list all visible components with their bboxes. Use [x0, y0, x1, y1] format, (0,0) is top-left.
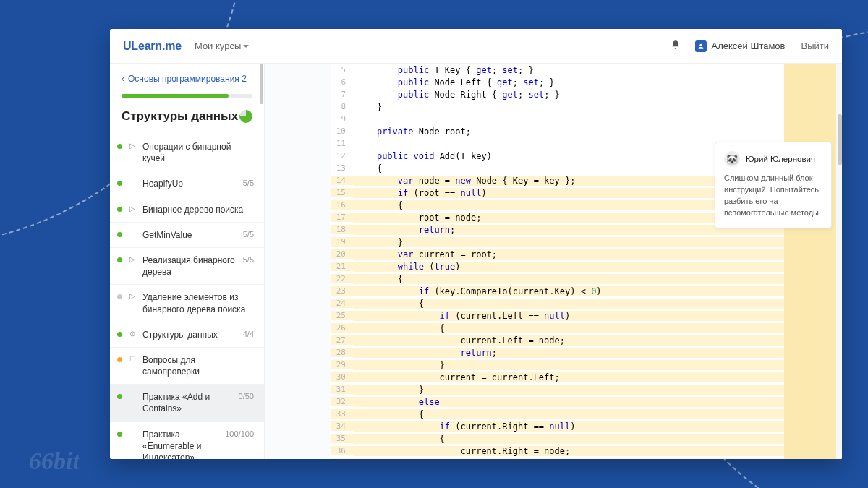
line-code: } — [353, 360, 784, 370]
code-line[interactable]: 7 public Node Right { get; set; } — [331, 88, 784, 100]
line-code: } — [353, 237, 784, 247]
lesson-item[interactable]: ▷Удаление элементов из бинарного дерева … — [110, 284, 264, 321]
line-number: 15 — [331, 188, 353, 197]
line-code: if (key.CompareTo(current.Key) < 0) — [353, 286, 784, 296]
code-line[interactable]: 31 } — [331, 383, 784, 395]
status-dot — [117, 144, 122, 149]
code-line[interactable]: 6 public Node Left { get; set; } — [331, 76, 784, 88]
code-line[interactable]: 20 var current = root; — [331, 248, 784, 260]
line-number: 20 — [331, 249, 353, 259]
code-line[interactable]: 36 current.Right = node; — [331, 445, 784, 457]
code-line[interactable]: 5 public T Key { get; set; } — [331, 64, 784, 76]
line-code: } — [353, 385, 784, 395]
chevron-down-icon — [243, 45, 249, 48]
code-line[interactable]: 24 { — [331, 297, 784, 309]
code-line[interactable]: 21 while (true) — [331, 260, 784, 273]
line-number: 6 — [331, 77, 353, 87]
lesson-item[interactable]: Практика «Add и Contains»0/50 — [110, 384, 264, 421]
status-dot — [117, 232, 122, 237]
line-number: 32 — [331, 397, 353, 406]
line-number: 35 — [331, 434, 353, 443]
code-line[interactable]: 29 } — [331, 359, 784, 371]
code-line[interactable]: 23 if (key.CompareTo(current.Key) < 0) — [331, 285, 784, 297]
progress-bar — [122, 94, 252, 98]
code-line[interactable]: 33 { — [331, 408, 784, 420]
line-number: 16 — [331, 200, 353, 210]
code-editor[interactable]: 5 public T Key { get; set; }6 public Nod… — [331, 64, 842, 459]
lesson-item[interactable]: ▷Операции с бинарной кучей — [110, 134, 264, 171]
code-line[interactable]: 9 — [331, 113, 784, 125]
line-number: 31 — [331, 385, 353, 394]
code-line[interactable]: 8 } — [331, 100, 784, 113]
lesson-name: Вопросы для самопроверки — [142, 354, 254, 377]
status-dot — [117, 207, 122, 212]
code-line[interactable]: 27 current.Left = node; — [331, 334, 784, 346]
line-code: public T Key { get; set; } — [353, 65, 784, 75]
code-line[interactable]: 32 else — [331, 395, 784, 408]
lesson-item[interactable]: Практика «Enumerable и Индексатор»100/10… — [110, 421, 264, 459]
lesson-item[interactable]: ⊙Структуры данных4/4 — [110, 322, 264, 347]
code-line[interactable]: 19 } — [331, 236, 784, 248]
line-code: { — [353, 274, 784, 284]
code-line[interactable]: 34 if (current.Right == null) — [331, 420, 784, 432]
lesson-item[interactable]: ▷Реализация бинарного дерева5/5 — [110, 247, 264, 284]
lesson-score: 0/50 — [239, 392, 254, 401]
line-number: 9 — [331, 114, 353, 124]
chevron-left-icon: ‹ — [122, 74, 124, 84]
code-line[interactable]: 26 { — [331, 322, 784, 334]
user-menu[interactable]: Алексей Штамов — [695, 40, 786, 52]
line-number: 29 — [331, 360, 353, 369]
lesson-name: Удаление элементов из бинарного дерева п… — [142, 291, 254, 314]
line-number: 7 — [331, 90, 353, 99]
line-number: 30 — [331, 372, 353, 382]
line-code: current = current.Left; — [353, 372, 784, 382]
lesson-name: Реализация бинарного дерева — [142, 254, 237, 278]
editor-scrollbar[interactable] — [838, 114, 842, 165]
line-number: 28 — [331, 348, 353, 357]
line-number: 22 — [331, 274, 353, 283]
line-code: else — [353, 397, 784, 407]
comment-text: Слишком длинный блок инструкций. Попытай… — [724, 173, 822, 219]
body: ‹ Основы программирования 2 Структуры да… — [110, 64, 842, 459]
code-pane[interactable]: 5 public T Key { get; set; }6 public Nod… — [331, 64, 784, 459]
brand-logo[interactable]: ULearn.me — [123, 40, 182, 53]
code-line[interactable]: 22 { — [331, 273, 784, 285]
lesson-item[interactable]: GetMinValue5/5 — [110, 222, 264, 247]
line-code: if (current.Left == null) — [353, 311, 784, 321]
logout-link[interactable]: Выйти — [801, 40, 830, 51]
line-code: current.Right = node; — [353, 446, 784, 456]
progress-fill — [122, 94, 229, 98]
vertical-gutter — [265, 64, 331, 459]
user-name: Алексей Штамов — [712, 40, 786, 51]
code-line[interactable]: 37 return; — [331, 457, 784, 459]
status-dot — [117, 181, 122, 186]
my-courses-link[interactable]: Мои курсы — [195, 40, 249, 51]
line-code: public Node Left { get; set; } — [353, 77, 784, 87]
line-code: { — [353, 434, 784, 444]
code-line[interactable]: 25 if (current.Left == null) — [331, 309, 784, 322]
bell-icon[interactable] — [671, 40, 681, 52]
code-line[interactable]: 35 { — [331, 432, 784, 445]
status-dot — [117, 357, 122, 362]
lesson-item[interactable]: ☐Вопросы для самопроверки — [110, 347, 264, 384]
line-number: 37 — [331, 458, 353, 459]
line-number: 17 — [331, 213, 353, 222]
line-number: 12 — [331, 151, 353, 160]
line-number: 25 — [331, 311, 353, 320]
lesson-item[interactable]: ▷Бинарное дерево поиска — [110, 197, 264, 222]
lesson-type-icon: ▷ — [128, 205, 137, 213]
lesson-type-icon: ☐ — [128, 355, 137, 363]
breadcrumb[interactable]: ‹ Основы программирования 2 — [110, 64, 264, 88]
sidebar-scrollbar[interactable] — [260, 64, 263, 104]
line-number: 8 — [331, 102, 353, 111]
review-comment[interactable]: 🐼 Юрий Юлернович Слишком длинный блок ин… — [715, 142, 832, 228]
lesson-item[interactable]: HeapifyUp5/5 — [110, 171, 264, 196]
code-line[interactable]: 10 private Node root; — [331, 125, 784, 137]
sidebar: ‹ Основы программирования 2 Структуры да… — [110, 64, 265, 459]
status-dot — [117, 432, 122, 437]
code-line[interactable]: 30 current = current.Left; — [331, 371, 784, 383]
line-number: 36 — [331, 446, 353, 455]
code-line[interactable]: 28 return; — [331, 346, 784, 359]
lesson-name: Структуры данных — [142, 329, 237, 341]
line-number: 18 — [331, 225, 353, 234]
